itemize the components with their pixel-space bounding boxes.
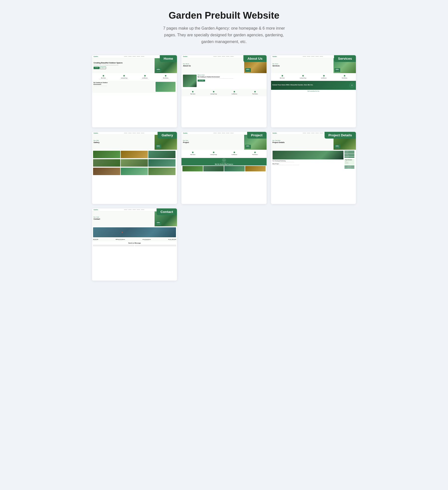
- pd-about-text: Lorem ipsum dolor sit amet consectetur a…: [273, 165, 343, 165]
- gallery-photo-5: [121, 159, 148, 167]
- gallery-photo-8: [121, 168, 148, 175]
- mockup-project: Garden. Contact Us Home - Project Projec…: [181, 132, 266, 204]
- about-inner-section: Welcome to Garden By Creating an Outdoor…: [181, 73, 266, 89]
- mockup-hero-text-contact: Home - Contact Contact: [92, 211, 155, 226]
- service-text-1: Lorem ipsum dolor sit amet consectetur.: [94, 79, 113, 80]
- card-label-services: Services: [334, 55, 356, 62]
- services-hero-title: Services: [273, 65, 332, 67]
- contact-map-dot: [122, 232, 123, 233]
- contact-phone: (207) 555-0100 (205) 555-0128: [93, 239, 98, 241]
- hero-badge: 1000+Online Complete: [156, 68, 161, 72]
- card-label-project-details: Project Details: [325, 132, 356, 139]
- hero-btn-primary: View More: [94, 67, 100, 69]
- card-project-details[interactable]: Project Details Garden. Contact Us: [271, 132, 356, 204]
- card-grid-row2: Gallery Garden. Contact Us: [92, 132, 356, 204]
- contact-breadcrumb: Home - Contact: [94, 217, 153, 218]
- mockup-logo-about: Garden.: [183, 56, 188, 57]
- nav-link-3: [132, 56, 136, 57]
- service-title-1: Water Garden: [94, 78, 113, 79]
- project-photos-row: [181, 166, 266, 171]
- gallery-hero-title: Gallery: [94, 142, 153, 144]
- home-about-title: By Creating an OutdoorEnvironment: [94, 82, 155, 85]
- card-label-gallery: Gallery: [158, 132, 177, 139]
- card-label-home: Home: [160, 55, 177, 62]
- about-section-title: By Creating an Outdoor Environment: [198, 76, 265, 78]
- pd-breadcrumb: Home - Project Details: [273, 140, 332, 141]
- project-photo-2: [203, 166, 224, 171]
- home-about-sub: Lorem ipsum dolor sit amet consectetur a…: [94, 86, 155, 86]
- project-banner-title: We Do Some Big Projects: [215, 163, 233, 165]
- pd-tag-4: Landscape Ready: [344, 155, 354, 156]
- nav-link-5: [141, 56, 144, 57]
- contact-form-fields: [92, 245, 177, 247]
- page-subtitle: 7 pages make up the Garden Agency: one h…: [159, 25, 289, 45]
- pd-about-section: About Project Lorem ipsum dolor sit amet…: [273, 163, 343, 165]
- gallery-breadcrumb: Home - Gallery: [94, 140, 153, 141]
- mockup-nav-links-gallery: [124, 133, 144, 133]
- mockup-home: Garden. Contact Us Creating Beautiful Ou…: [92, 55, 177, 127]
- service-water-garden: Water Garden Lorem ipsum dolor sit amet …: [94, 75, 113, 80]
- card-contact[interactable]: Contact Garden. Contact Us: [92, 208, 177, 281]
- card-gallery[interactable]: Gallery Garden. Contact Us: [92, 132, 177, 204]
- project-photo-3: [224, 166, 245, 171]
- services-banner-title: Extend Your Home With A Beautiful Garden…: [273, 84, 348, 86]
- services-banner-text: Extend Your Home With A Beautiful Garden…: [273, 84, 348, 87]
- contact-hero-title: Contact: [94, 218, 153, 220]
- mockup-gallery: Garden. Contact Us Home - Gallery Galler…: [92, 132, 177, 204]
- contact-field-name: [93, 245, 134, 246]
- services-banner-circle: [349, 83, 354, 88]
- contact-form-title: Send us Message: [92, 241, 177, 245]
- about-discover-btn: Discover More: [198, 80, 205, 82]
- hero-btn-secondary: About Us: [100, 67, 106, 69]
- mockup-hero-text-gallery: Home - Gallery Gallery: [92, 135, 155, 150]
- pd-info-date: 07 May 2022: [345, 162, 354, 163]
- service-land: Land Maintance Lorem ipsum dolor sit ame…: [135, 75, 155, 80]
- services-banner-circle-inner: [351, 84, 353, 86]
- card-about[interactable]: About Us Garden. Contact Us: [181, 55, 266, 127]
- card-grid-row1: Home Garden. Contact Us: [92, 55, 356, 127]
- card-project[interactable]: Project Garden. Contact Us: [181, 132, 266, 204]
- service-title-2: Landscape Design: [114, 78, 134, 79]
- about-hero-title: About Us: [183, 65, 242, 67]
- card-services[interactable]: Services Garden. Contact Us: [271, 55, 356, 127]
- home-hero-title: Creating Beautiful Outdoor Spaces: [94, 62, 153, 64]
- mockup-hero-btns: View More About Us: [94, 67, 153, 69]
- about-services-row: Water Garden Landscape Design Land Maint…: [181, 89, 266, 96]
- gallery-photo-9: [148, 168, 175, 175]
- home-about-text: By Creating an OutdoorEnvironment Lorem …: [94, 82, 155, 92]
- mockup-services-row: Water Garden Lorem ipsum dolor sit amet …: [92, 73, 177, 81]
- service-title-4: Plant Solutions: [156, 78, 175, 79]
- page-header: Garden Prebuilt Website 7 pages make up …: [92, 10, 356, 45]
- pd-project-info: Project Information Client: Landscape Ci…: [344, 159, 354, 165]
- card-label-contact: Contact: [157, 208, 177, 215]
- service-icon-1: [102, 75, 105, 77]
- project-green-banner: Green Garden We Do Some Big Projects: [181, 158, 266, 165]
- gallery-photo-1: [93, 151, 120, 158]
- nav-link-2: [128, 56, 132, 57]
- service-text-3: Lorem ipsum dolor sit amet consectetur.: [135, 79, 155, 80]
- project-hero-title: Project: [183, 142, 242, 144]
- mockup-hero-text-pd: Home - Project Details Project Details: [271, 135, 334, 150]
- service-icon-4: [165, 75, 167, 77]
- mockup-hero-text-project: Home - Project Project: [181, 135, 244, 150]
- pd-right-col: Tree Trimming Garden Care Tree Planting …: [344, 151, 354, 168]
- about-breadcrumb: Home - About Us: [183, 63, 242, 64]
- mockup-nav-links-contact: [124, 209, 144, 210]
- mockup-about: Garden. Contact Us Home - About Us About: [181, 55, 266, 127]
- about-section-desc: Simplicity we encounter occasionally suc…: [198, 78, 265, 79]
- services-badge: 1000+Online Complete: [335, 68, 340, 72]
- services-icons-row: Water Garden Landscape Design Land Maint…: [271, 73, 356, 80]
- card-home[interactable]: Home Garden. Contact Us: [92, 55, 177, 127]
- card-inner-home: Garden. Contact Us Creating Beautiful Ou…: [92, 55, 177, 127]
- project-badge: 1000+Online Complete: [245, 145, 251, 149]
- gallery-photo-grid: [92, 150, 177, 176]
- pd-info-category: Landscape City: [345, 162, 354, 162]
- about-badge: 1000+Online Complete: [245, 68, 251, 72]
- card-inner-about: Garden. Contact Us Home - About Us About: [181, 55, 266, 127]
- home-about-img: [156, 82, 175, 92]
- about-section-subtitle: Welcome to Garden: [198, 75, 265, 76]
- card-inner-gallery: Garden. Contact Us Home - Gallery Galler…: [92, 132, 177, 204]
- services-banner: Extend Your Home With A Beautiful Garden…: [271, 81, 356, 90]
- card-inner-services: Garden. Contact Us Home - Services Servi…: [271, 55, 356, 127]
- pd-main-content: Tree Trimming & Gardening Lorem ipsum do…: [271, 150, 356, 169]
